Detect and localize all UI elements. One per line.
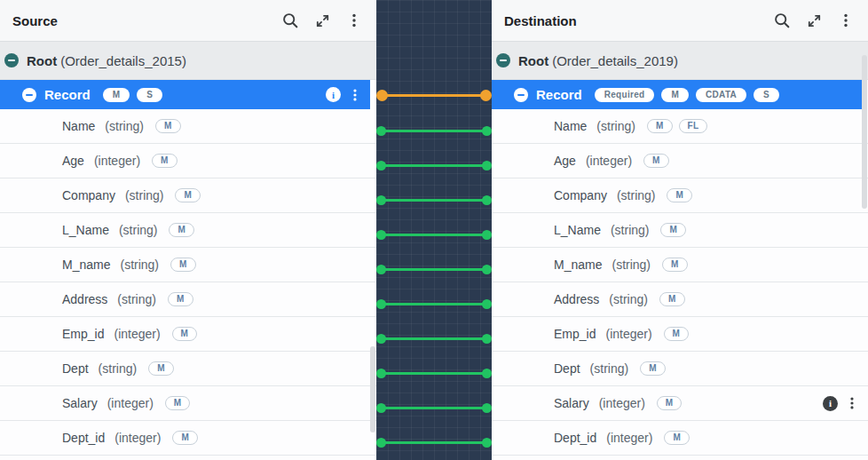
field-badge: M — [172, 327, 198, 341]
salary-link[interactable] — [381, 407, 487, 409]
source-record-row[interactable]: Record MS i — [0, 80, 370, 109]
dept-link-endpoint[interactable] — [482, 369, 492, 378]
destination-field-row-dept_id[interactable]: Dept_id(integer)M — [492, 421, 868, 456]
field-type: (string) — [99, 361, 138, 376]
dept-link[interactable] — [381, 372, 487, 375]
l_name-link-endpoint[interactable] — [482, 230, 492, 240]
field-name: Dept_id — [554, 431, 596, 445]
field-type: (integer) — [605, 327, 651, 341]
field-type: (string) — [125, 188, 164, 202]
address-link-endpoint[interactable] — [376, 299, 386, 309]
field-name: Age — [554, 154, 576, 168]
source-field-row-dept[interactable]: Dept(string)M — [0, 352, 376, 386]
field-badge: M — [165, 396, 191, 410]
dept_id-link-endpoint[interactable] — [376, 438, 386, 448]
m_name-link-endpoint[interactable] — [376, 265, 386, 274]
record-link-endpoint[interactable] — [376, 90, 388, 101]
expand-icon[interactable] — [801, 7, 827, 34]
emp_id-link[interactable] — [381, 337, 487, 340]
name-link-endpoint[interactable] — [482, 126, 492, 136]
age-link[interactable] — [381, 164, 487, 167]
salary-link-endpoint[interactable] — [376, 403, 386, 413]
source-field-row-l_name[interactable]: L_Name(string)M — [0, 213, 376, 248]
destination-field-row-age[interactable]: Age(integer)M — [492, 144, 868, 178]
source-scrollbar-thumb[interactable] — [370, 346, 375, 432]
field-type: (string) — [119, 223, 158, 237]
dept_id-link-endpoint[interactable] — [482, 438, 492, 448]
destination-field-row-address[interactable]: Address(string)M — [492, 282, 868, 317]
destination-panel-header: Destination — [492, 0, 868, 42]
info-icon[interactable]: i — [823, 396, 838, 411]
kebab-menu-icon[interactable] — [832, 7, 859, 34]
root-name: Root — [518, 53, 548, 68]
search-icon[interactable] — [277, 7, 304, 34]
record-badge: M — [661, 88, 689, 102]
address-link-endpoint[interactable] — [482, 299, 492, 309]
m_name-link-endpoint[interactable] — [482, 265, 492, 274]
source-panel-title: Source — [12, 13, 58, 28]
destination-scrollbar-thumb[interactable] — [862, 55, 867, 209]
source-field-row-age[interactable]: Age(integer)M — [0, 144, 376, 178]
salary-link-endpoint[interactable] — [482, 403, 492, 413]
company-link-endpoint[interactable] — [482, 195, 492, 205]
dept_id-link[interactable] — [381, 441, 487, 444]
field-type: (string) — [609, 292, 648, 306]
source-field-row-company[interactable]: Company(string)M — [0, 178, 376, 213]
record-link[interactable] — [381, 94, 487, 97]
source-field-row-salary[interactable]: Salary(integer)M — [0, 386, 376, 421]
destination-field-list: Name(string)MFLAge(integer)MCompany(stri… — [492, 109, 868, 456]
emp_id-link-endpoint[interactable] — [376, 334, 386, 344]
expand-icon[interactable] — [309, 7, 335, 34]
company-link-endpoint[interactable] — [376, 195, 386, 205]
search-icon[interactable] — [769, 7, 795, 34]
source-root-row[interactable]: Root(Order_details_2015) — [0, 42, 376, 80]
field-name: M_name — [554, 258, 602, 272]
emp_id-link-endpoint[interactable] — [482, 334, 492, 344]
destination-root-row[interactable]: Root(Order_details_2019) — [492, 42, 868, 80]
kebab-menu-icon[interactable] — [843, 390, 861, 416]
source-field-list: Name(string)MAge(integer)MCompany(string… — [0, 109, 376, 456]
dept-link-endpoint[interactable] — [376, 369, 386, 378]
address-link[interactable] — [381, 303, 487, 305]
field-name: Name — [554, 119, 587, 133]
m_name-link[interactable] — [381, 268, 487, 271]
destination-field-row-name[interactable]: Name(string)MFL — [492, 109, 868, 144]
name-link[interactable] — [381, 130, 487, 132]
destination-field-row-l_name[interactable]: L_Name(string)M — [492, 213, 868, 248]
collapse-icon[interactable] — [22, 88, 36, 102]
source-field-row-m_name[interactable]: M_name(string)M — [0, 248, 376, 282]
collapse-icon[interactable] — [496, 53, 510, 67]
field-badge: M — [152, 154, 178, 168]
info-icon[interactable]: i — [326, 87, 341, 102]
destination-field-row-m_name[interactable]: M_name(string)M — [492, 248, 868, 282]
collapse-icon[interactable] — [514, 88, 528, 102]
collapse-icon[interactable] — [4, 53, 19, 67]
field-type: (integer) — [114, 431, 161, 445]
destination-record-row[interactable]: Record RequiredMCDATAS — [492, 80, 862, 109]
destination-field-row-emp_id[interactable]: Emp_id(integer)M — [492, 317, 868, 352]
destination-field-row-salary[interactable]: Salary(integer)Mi — [492, 386, 868, 421]
record-badge: Required — [595, 88, 655, 102]
age-link-endpoint[interactable] — [376, 161, 386, 171]
l_name-link[interactable] — [381, 234, 487, 236]
age-link-endpoint[interactable] — [482, 161, 492, 171]
field-badge: M — [659, 292, 685, 306]
source-panel-header: Source — [0, 0, 376, 42]
kebab-menu-icon[interactable] — [345, 82, 365, 108]
field-actions: i — [823, 390, 861, 416]
company-link[interactable] — [381, 199, 487, 202]
l_name-link-endpoint[interactable] — [376, 230, 386, 240]
destination-field-row-dept[interactable]: Dept(string)M — [492, 352, 868, 386]
source-field-row-emp_id[interactable]: Emp_id(integer)M — [0, 317, 376, 352]
source-field-row-dept_id[interactable]: Dept_id(integer)M — [0, 421, 376, 456]
field-type: (string) — [117, 292, 156, 306]
field-name: Name — [62, 119, 95, 133]
record-link-endpoint[interactable] — [480, 90, 492, 101]
source-field-row-name[interactable]: Name(string)M — [0, 109, 376, 144]
field-badge: M — [640, 361, 666, 376]
destination-field-row-company[interactable]: Company(string)M — [492, 178, 868, 213]
field-type: (string) — [120, 258, 159, 272]
name-link-endpoint[interactable] — [376, 126, 386, 136]
source-field-row-address[interactable]: Address(string)M — [0, 282, 376, 317]
kebab-menu-icon[interactable] — [341, 7, 367, 34]
